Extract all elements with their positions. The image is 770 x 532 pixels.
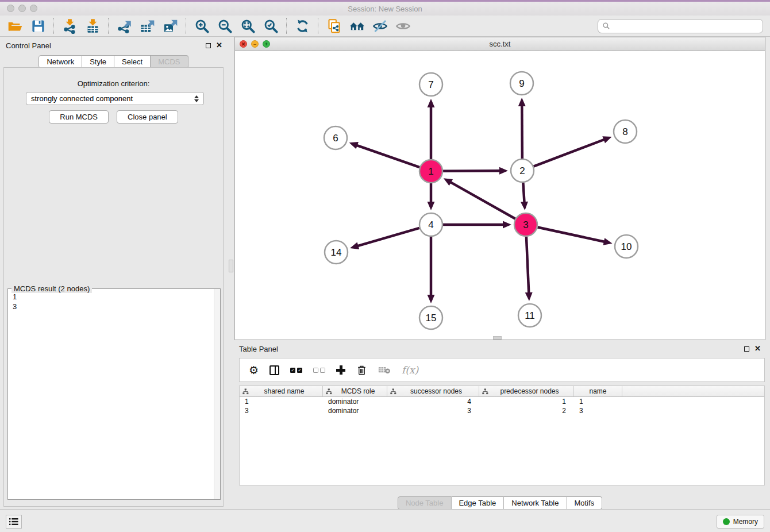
tab-style[interactable]: Style [82,55,114,68]
table-cell[interactable]: 2 [479,407,574,415]
float-table-panel-icon[interactable] [744,346,749,352]
minimize-window-button[interactable] [18,5,26,12]
node-9[interactable]: 9 [510,72,533,95]
column-header-mcds-role[interactable]: MCDS role [323,386,387,396]
add-column-button[interactable] [336,365,345,375]
apply-layout-button[interactable] [291,17,314,35]
delete-table-button[interactable] [378,365,391,375]
edge-2-8[interactable] [534,139,605,166]
network-graph: 7968124314101511 [235,51,765,340]
node-4[interactable]: 4 [419,213,442,236]
function-builder-button[interactable]: f(x) [402,364,418,376]
table-cell[interactable]: 3 [240,407,323,415]
table-cell[interactable]: 3 [574,407,622,415]
criterion-select[interactable]: strongly connected component [26,92,204,105]
tab-edge-table[interactable]: Edge Table [451,496,504,510]
column-header-shared-name[interactable]: shared name [240,386,323,396]
table-cell[interactable]: 1 [240,398,323,406]
close-table-panel-icon[interactable]: ✕ [754,345,761,352]
tab-select[interactable]: Select [114,55,151,68]
result-scrollbar[interactable] [214,289,220,499]
close-view-button[interactable]: ✕ [240,40,247,48]
table-row[interactable]: 3dominator323 [240,406,764,415]
select-all-button[interactable]: ✓✓ [290,368,302,373]
table-cell[interactable]: dominator [323,407,387,415]
node-7[interactable]: 7 [419,73,442,96]
node-11[interactable]: 11 [518,304,541,327]
node-15[interactable]: 15 [419,306,442,329]
edge-1-6[interactable] [356,145,419,168]
window-controls [7,5,37,12]
edge-4-14[interactable] [357,228,419,246]
network-canvas[interactable]: 7968124314101511 [235,51,765,340]
deselect-all-button[interactable] [313,368,325,373]
edge-1-2[interactable] [443,171,500,171]
zoom-in-button[interactable] [190,17,213,35]
import-network-button[interactable] [58,17,81,35]
network-window: ✕ – + scc.txt 7968124314101511 [234,37,765,340]
duplicate-network-button[interactable] [322,17,345,35]
edge-2-9[interactable] [522,105,522,159]
export-image-icon [163,18,178,34]
table-cell[interactable]: dominator [323,398,387,406]
splitter-handle-vertical[interactable] [229,260,233,272]
maximize-view-button[interactable]: + [263,40,270,48]
network-window-titlebar[interactable]: ✕ – + scc.txt [235,37,765,51]
splitter-handle-horizontal[interactable] [493,336,502,340]
export-network-button[interactable] [113,17,136,35]
edge-3-1[interactable] [450,182,515,219]
delete-column-button[interactable] [356,364,367,376]
edge-arrowhead [349,142,359,149]
run-mcds-button[interactable]: Run MCDS [49,110,109,124]
table-settings-button[interactable]: ⚙ [249,364,259,376]
close-window-button[interactable] [7,5,14,12]
export-image-button[interactable] [159,17,182,35]
column-header-predecessor-nodes[interactable]: predecessor nodes [479,386,574,396]
memory-button[interactable]: Memory [717,515,764,529]
tab-network[interactable]: Network [38,55,82,68]
node-2[interactable]: 2 [511,159,534,182]
close-panel-icon[interactable]: ✕ [216,42,222,49]
node-1[interactable]: 1 [419,160,442,183]
table-cell[interactable]: 3 [387,407,479,415]
tab-network-table[interactable]: Network Table [504,496,567,510]
import-table-button[interactable] [81,17,104,35]
maximize-window-button[interactable] [30,5,37,12]
zoom-out-button[interactable] [213,17,236,35]
column-header-name[interactable]: name [574,386,622,396]
first-neighbors-button[interactable] [345,17,368,35]
edge-2-3[interactable] [523,183,524,203]
tab-node-table[interactable]: Node Table [398,496,452,510]
minimize-view-button[interactable]: – [251,40,259,48]
search-field[interactable] [598,19,763,33]
tab-mcds[interactable]: MCDS [151,55,188,68]
hide-selected-button[interactable] [368,17,391,35]
task-history-button[interactable] [6,515,22,529]
save-session-button[interactable] [26,17,49,35]
svg-text:1: 1 [428,166,433,177]
show-all-button[interactable] [391,17,414,35]
edge-3-11[interactable] [526,237,529,294]
zoom-selected-button[interactable] [259,17,282,35]
node-8[interactable]: 8 [614,120,637,143]
float-panel-icon[interactable] [206,43,211,48]
open-session-button[interactable] [3,17,26,35]
zoom-fit-button[interactable] [236,17,259,35]
node-6[interactable]: 6 [324,126,347,149]
tab-motifs[interactable]: Motifs [567,496,602,510]
node-14[interactable]: 14 [325,241,348,264]
table-cell[interactable]: 1 [574,398,622,406]
close-panel-button[interactable]: Close panel [117,110,178,124]
eye-icon [395,18,411,34]
table-cell[interactable]: 1 [479,398,574,406]
table-row[interactable]: 1dominator411 [240,397,764,406]
node-10[interactable]: 10 [615,235,638,258]
column-header-successor-nodes[interactable]: successor nodes [387,386,479,396]
svg-text:7: 7 [428,79,433,90]
search-input[interactable] [613,22,763,30]
show-columns-button[interactable] [270,365,279,375]
export-table-button[interactable] [136,17,159,35]
node-3[interactable]: 3 [514,213,537,236]
edge-3-10[interactable] [538,227,605,241]
table-cell[interactable]: 4 [387,398,479,406]
